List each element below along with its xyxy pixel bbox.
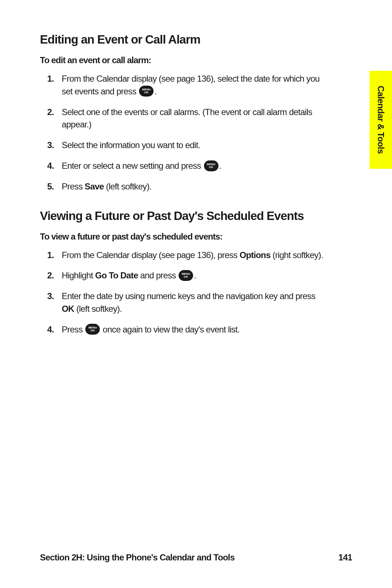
step-item: Select one of the events or call alarms.… xyxy=(62,106,327,131)
menu-ok-icon: MENUOK xyxy=(204,160,219,171)
step-text: (left softkey). xyxy=(74,304,122,314)
step-text: and press xyxy=(138,270,178,280)
step-text-bold: OK xyxy=(62,304,74,314)
step-text: Highlight xyxy=(62,270,95,280)
step-item: Press MENUOK once again to view the day'… xyxy=(62,323,327,336)
step-item: Press Save (left softkey). xyxy=(62,180,327,193)
subheading-view-events: To view a future or past day's scheduled… xyxy=(40,232,327,242)
step-text: (right softkey). xyxy=(270,250,323,260)
step-item: Enter or select a new setting and press … xyxy=(62,160,327,172)
section-tab-label: Calendar & Tools xyxy=(376,86,386,154)
menu-ok-icon: MENUOK xyxy=(85,324,100,335)
heading-view-events: Viewing a Future or Past Day's Scheduled… xyxy=(40,209,327,223)
footer-page-number: 141 xyxy=(338,552,352,563)
step-text: (left softkey). xyxy=(104,181,151,191)
menu-ok-icon: MENUOK xyxy=(139,86,154,97)
steps-edit-event: From the Calendar display (see page 136)… xyxy=(40,73,327,193)
step-text: Enter the date by using numeric keys and… xyxy=(62,291,315,301)
step-item: Select the information you want to edit. xyxy=(62,139,327,152)
subheading-edit-event: To edit an event or call alarm: xyxy=(40,55,327,65)
step-item: From the Calendar display (see page 136)… xyxy=(62,73,327,98)
step-item: From the Calendar display (see page 136)… xyxy=(62,249,327,262)
page-content: Editing an Event or Call Alarm To edit a… xyxy=(40,33,327,336)
step-text-bold: Options xyxy=(240,250,270,260)
step-item: Enter the date by using numeric keys and… xyxy=(62,290,327,315)
heading-edit-event: Editing an Event or Call Alarm xyxy=(40,33,327,46)
steps-view-events: From the Calendar display (see page 136)… xyxy=(40,249,327,336)
manual-page: Calendar & Tools Editing an Event or Cal… xyxy=(0,0,392,588)
step-text: From the Calendar display (see page 136)… xyxy=(62,74,319,96)
step-item: Highlight Go To Date and press MENUOK. xyxy=(62,269,327,282)
step-text: . xyxy=(219,161,221,171)
step-text: Press xyxy=(62,324,85,334)
step-text: Enter or select a new setting and press xyxy=(62,161,203,171)
page-footer: Section 2H: Using the Phone's Calendar a… xyxy=(40,552,352,563)
step-text: once again to view the day's event list. xyxy=(101,324,240,334)
step-text-bold: Save xyxy=(85,181,104,191)
step-text: Press xyxy=(62,181,85,191)
step-text: . xyxy=(154,86,156,96)
menu-ok-icon: MENUOK xyxy=(179,270,193,281)
step-text: From the Calendar display (see page 136)… xyxy=(62,250,240,260)
section-tab: Calendar & Tools xyxy=(369,71,392,169)
step-text-bold: Go To Date xyxy=(95,270,138,280)
footer-section-label: Section 2H: Using the Phone's Calendar a… xyxy=(40,552,234,563)
step-text: . xyxy=(194,270,196,280)
